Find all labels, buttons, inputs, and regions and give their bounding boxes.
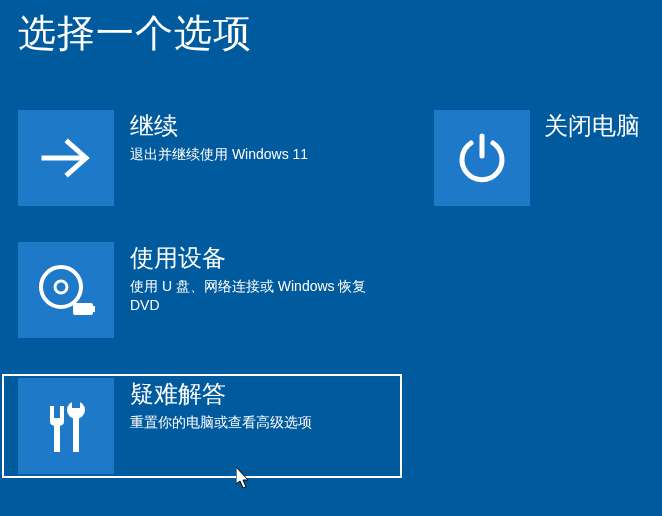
svg-rect-6: [73, 416, 79, 452]
page-title: 选择一个选项: [0, 0, 662, 59]
disc-usb-icon: [18, 242, 114, 338]
svg-rect-8: [72, 398, 80, 408]
use-device-title: 使用设备: [130, 244, 390, 273]
continue-desc: 退出并继续使用 Windows 11: [130, 145, 308, 164]
troubleshoot-title: 疑难解答: [130, 380, 312, 409]
svg-rect-4: [89, 306, 95, 312]
continue-option[interactable]: 继续 退出并继续使用 Windows 11: [18, 110, 404, 206]
shutdown-option[interactable]: 关闭电脑: [434, 110, 640, 206]
power-icon: [434, 110, 530, 206]
svg-rect-5: [54, 424, 60, 452]
arrow-right-icon: [18, 110, 114, 206]
use-device-desc: 使用 U 盘、网络连接或 Windows 恢复 DVD: [130, 277, 390, 315]
troubleshoot-option[interactable]: 疑难解答 重置你的电脑或查看高级选项: [2, 374, 402, 478]
svg-point-2: [55, 281, 67, 293]
troubleshoot-desc: 重置你的电脑或查看高级选项: [130, 413, 312, 432]
shutdown-title: 关闭电脑: [544, 112, 640, 141]
continue-title: 继续: [130, 112, 308, 141]
use-device-option[interactable]: 使用设备 使用 U 盘、网络连接或 Windows 恢复 DVD: [18, 242, 404, 338]
tools-icon: [18, 378, 114, 474]
svg-point-1: [41, 267, 81, 307]
